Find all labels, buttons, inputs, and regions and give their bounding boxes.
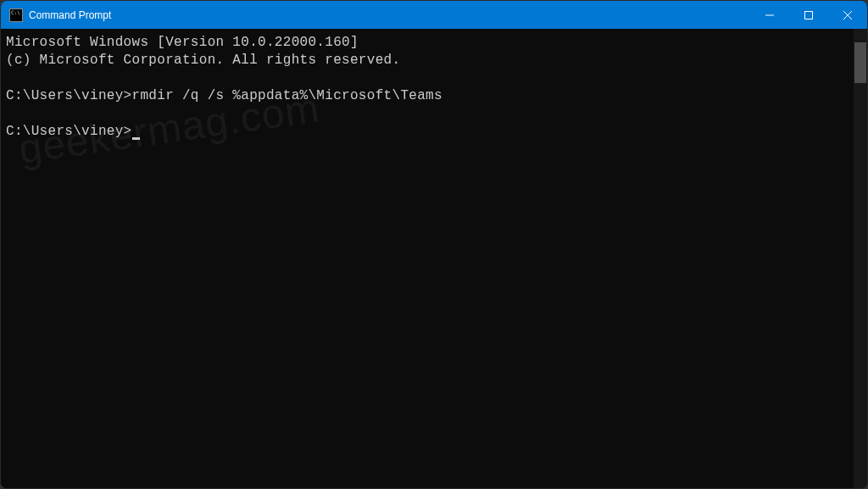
window-controls [750,1,867,29]
close-button[interactable] [828,1,867,29]
command-prompt-window: Command Prompt Microsoft Windows [Versio… [0,0,868,489]
output-line: (c) Microsoft Corporation. All rights re… [6,53,400,68]
scrollbar[interactable] [854,29,867,488]
maximize-button[interactable] [789,1,828,29]
svg-rect-1 [805,11,813,19]
prompt: C:\Users\viney> [6,88,132,103]
prompt: C:\Users\viney> [6,124,132,139]
window-title: Command Prompt [29,9,750,21]
command: rmdir /q /s %appdata%\Microsoft\Teams [132,88,442,103]
cursor [132,137,140,140]
terminal-output[interactable]: Microsoft Windows [Version 10.0.22000.16… [1,29,854,488]
output-line: Microsoft Windows [Version 10.0.22000.16… [6,35,359,50]
scrollbar-thumb[interactable] [854,42,866,83]
titlebar[interactable]: Command Prompt [1,1,867,29]
terminal-area[interactable]: Microsoft Windows [Version 10.0.22000.16… [1,29,867,488]
minimize-button[interactable] [750,1,789,29]
cmd-icon [9,8,23,22]
